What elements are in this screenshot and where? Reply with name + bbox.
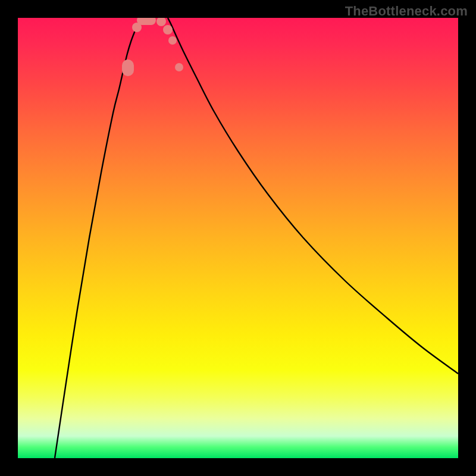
left-curve	[55, 18, 142, 458]
curve-layer	[18, 18, 458, 458]
plot-area	[18, 18, 458, 458]
watermark-text: TheBottleneck.com	[345, 4, 468, 19]
right-curve	[168, 18, 458, 374]
chart-frame: TheBottleneck.com	[0, 0, 476, 476]
data-markers	[122, 18, 183, 76]
data-marker	[137, 18, 156, 25]
data-marker	[122, 60, 134, 76]
data-marker	[163, 25, 173, 35]
data-marker	[175, 63, 183, 71]
data-marker	[168, 36, 177, 45]
data-marker	[156, 18, 166, 26]
